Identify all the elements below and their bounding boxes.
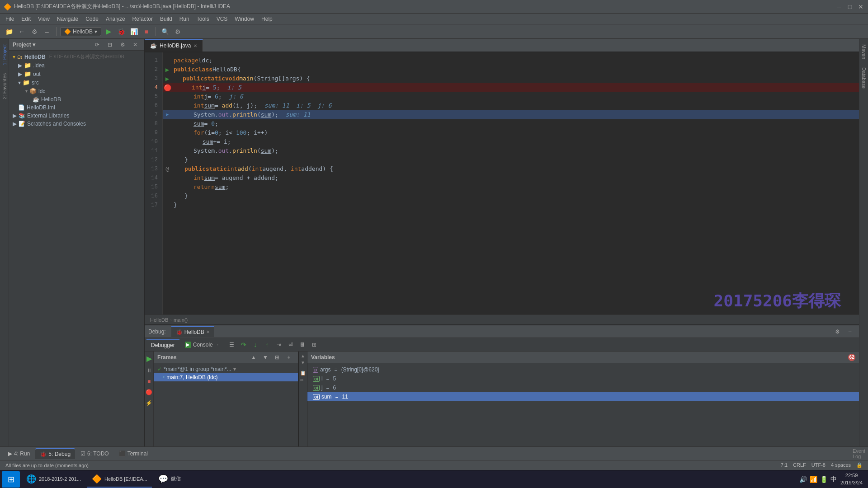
menu-tools[interactable]: Tools xyxy=(193,15,213,23)
terminal-tab[interactable]: ⬛ Terminal xyxy=(114,449,152,459)
tree-out[interactable]: ▶ 📁 out xyxy=(9,70,144,78)
breadcrumb-main[interactable]: main() xyxy=(174,317,188,323)
tree-scratches[interactable]: ▶ 📝 Scratches and Consoles xyxy=(9,120,144,128)
menu-help[interactable]: Help xyxy=(258,15,276,23)
lightning-button[interactable]: ⚡ xyxy=(145,399,153,407)
tree-src[interactable]: ▾ 📁 src xyxy=(9,78,144,87)
menu-navigate[interactable]: Navigate xyxy=(53,15,82,23)
gear-button[interactable]: ⚙ xyxy=(172,26,183,37)
editor-tab-hellodb[interactable]: ☕ HelloDB.java ✕ xyxy=(145,39,203,52)
indent-settings[interactable]: 4 spaces xyxy=(831,462,851,468)
thread-up-button[interactable]: ▲ xyxy=(248,352,259,363)
debug-calc-button[interactable]: 🖩 xyxy=(297,339,308,350)
lock-icon[interactable]: 🔒 xyxy=(856,462,863,468)
console-tab[interactable]: ▶ Console → xyxy=(180,340,224,350)
var-sum[interactable]: oi sum = 11 xyxy=(307,392,859,401)
taskbar-browser[interactable]: 🌐 2018-2019-2 201... xyxy=(22,471,85,488)
close-button[interactable]: ✕ xyxy=(857,3,864,10)
var-args[interactable]: p args = {String[0]@620} xyxy=(307,365,859,374)
run-with-coverage-button[interactable]: 📊 xyxy=(128,26,139,37)
menu-analyze[interactable]: Analyze xyxy=(102,15,129,23)
stop-debug-button[interactable]: ■ xyxy=(146,377,151,385)
thread-filter-button[interactable]: ⊞ xyxy=(272,352,283,363)
tree-hellodb-iml[interactable]: 📄 HelloDB.iml xyxy=(9,103,144,112)
taskbar-intellij[interactable]: 🔶 HelloDB [E:\IDEA... xyxy=(87,471,152,488)
maven-tab[interactable]: Maven xyxy=(860,41,868,63)
favorites-tab[interactable]: 2: Favorites xyxy=(0,70,9,103)
cursor-position[interactable]: 7:1 xyxy=(781,462,788,468)
debug-hide-button[interactable]: – xyxy=(844,326,855,337)
thread-main[interactable]: ✓ *main*@1 in group *main*... ▾ xyxy=(154,365,298,373)
settings-button[interactable]: ⚙ xyxy=(29,26,40,37)
project-tab[interactable]: 1: Project xyxy=(0,41,9,69)
start-button[interactable]: ⊞ xyxy=(2,471,20,488)
tree-idea[interactable]: ▶ 📁 .idea xyxy=(9,61,144,70)
hide-button[interactable]: – xyxy=(42,26,52,37)
tree-external-libraries[interactable]: ▶ 📚 External Libraries xyxy=(9,112,144,120)
menu-refactor[interactable]: Refactor xyxy=(129,15,156,23)
open-folder-button[interactable]: 📁 xyxy=(4,26,14,37)
debug-settings-button[interactable]: ⚙ xyxy=(832,326,843,337)
debug-hellodb-tab[interactable]: 🐞 HelloDB ✕ xyxy=(171,326,214,337)
code-content[interactable]: package ldc; ▶ public class HelloDB { ▶ … xyxy=(163,52,859,314)
close-panel-button[interactable]: ✕ xyxy=(130,39,141,50)
copy-button[interactable]: 📋 xyxy=(300,371,306,375)
thread-down-button[interactable]: ▼ xyxy=(260,352,271,363)
maximize-button[interactable]: □ xyxy=(846,3,854,10)
tree-ldc[interactable]: ▾ 📦 ldc xyxy=(9,87,144,95)
taskbar-icon-1[interactable]: 🔊 xyxy=(799,476,807,483)
add-frames-button[interactable]: + xyxy=(283,352,294,363)
resume-button[interactable]: ▶ xyxy=(146,353,153,364)
debug-restore-button[interactable]: ⊞ xyxy=(309,339,320,350)
run-tab[interactable]: ▶ 4: Run xyxy=(4,449,34,459)
debugger-tab[interactable]: Debugger xyxy=(146,339,179,350)
frame-main[interactable]: • main:7, HelloDB (ldc) xyxy=(154,373,298,381)
menu-edit[interactable]: Edit xyxy=(18,15,34,23)
debug-show-all-button[interactable]: ☰ xyxy=(226,339,237,350)
tree-hellodb-root[interactable]: ▾ 🗂 HelloDB E:\IDEA\IDEA各种源文件\HelloDB xyxy=(9,52,144,61)
sync-button[interactable]: ⟳ xyxy=(92,39,103,50)
debug-step-over-button[interactable]: ↷ xyxy=(238,339,249,350)
settings-panel-button[interactable]: ⚙ xyxy=(117,39,128,50)
debug-bottom-tab[interactable]: 🐞 5: Debug xyxy=(35,448,75,459)
var-j[interactable]: oi j = 6 xyxy=(307,383,859,392)
todo-tab[interactable]: ☑ 6: TODO xyxy=(76,449,113,459)
close-debug-tab[interactable]: ✕ xyxy=(206,329,210,334)
tab-close-button[interactable]: ✕ xyxy=(193,43,197,48)
scroll-down-button[interactable]: ▼ xyxy=(301,360,305,365)
file-encoding[interactable]: UTF-8 xyxy=(811,462,826,468)
menu-vcs[interactable]: VCS xyxy=(213,15,231,23)
menu-run[interactable]: Run xyxy=(176,15,193,23)
expand-button[interactable]: ∞ xyxy=(300,377,306,382)
scroll-up-button[interactable]: ▲ xyxy=(301,353,305,358)
taskbar-clock[interactable]: 22:59 2019/3/24 xyxy=(840,472,863,486)
menu-build[interactable]: Build xyxy=(156,15,176,23)
menu-window[interactable]: Window xyxy=(231,15,258,23)
run-button[interactable]: ▶ xyxy=(103,26,114,37)
tree-hellodb-file[interactable]: ☕ HelloDB xyxy=(9,95,144,103)
var-i[interactable]: oi i = 5 xyxy=(307,374,859,383)
code-editor[interactable]: 1 2 3 4 5 6 7 8 9 10 11 12 13 14 xyxy=(145,52,859,314)
minimize-button[interactable]: ─ xyxy=(835,3,843,10)
search-button[interactable]: 🔍 xyxy=(160,26,170,37)
menu-file[interactable]: File xyxy=(2,15,18,23)
stop-button[interactable]: ■ xyxy=(141,26,152,37)
pause-button[interactable]: ⏸ xyxy=(146,366,153,375)
debug-run-to-cursor-button[interactable]: ⇥ xyxy=(274,339,284,350)
mute-breakpoints-button[interactable]: 🔴 xyxy=(145,388,153,396)
debug-button[interactable]: 🐞 xyxy=(116,26,127,37)
debug-step-out-button[interactable]: ↑ xyxy=(262,339,273,350)
database-tab[interactable]: Database xyxy=(860,64,868,92)
menu-view[interactable]: View xyxy=(34,15,53,23)
taskbar-icon-3[interactable]: 🔋 xyxy=(820,476,828,483)
line-ending[interactable]: CRLF xyxy=(793,462,806,468)
debug-evaluate-button[interactable]: ⏎ xyxy=(285,339,296,350)
taskbar-wechat[interactable]: 💬 微信 xyxy=(154,471,185,488)
breadcrumb-hellodb[interactable]: HelloDB xyxy=(150,317,168,323)
taskbar-icon-4[interactable]: 中 xyxy=(830,475,837,483)
debug-step-into-button[interactable]: ↓ xyxy=(250,339,261,350)
event-log-button[interactable]: Event Log xyxy=(854,448,864,459)
run-config-selector[interactable]: 🔶 HelloDB ▾ xyxy=(60,27,101,36)
menu-code[interactable]: Code xyxy=(82,15,102,23)
collapse-button[interactable]: ⊟ xyxy=(104,39,115,50)
